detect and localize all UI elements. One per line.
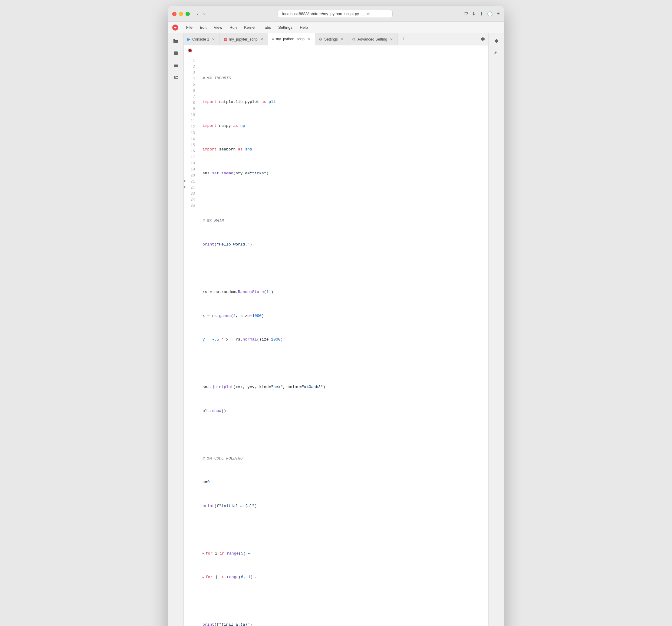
code-line-33 (202, 598, 488, 604)
sidebar-icon-folder[interactable] (170, 36, 181, 47)
code-line-11: x = rs.gamma(2, size=1000) (202, 313, 488, 319)
line-num-16: 16 (184, 148, 198, 154)
line-num-34: 34 (184, 197, 198, 203)
maximize-button[interactable] (186, 12, 190, 16)
menu-settings[interactable]: Settings (275, 24, 295, 31)
line-num-9: 9 (184, 106, 198, 112)
code-line-20 (202, 527, 488, 533)
close-button[interactable] (172, 12, 176, 16)
comment-folding: # %% CODE FOLDING (202, 456, 243, 462)
sidebar-right (488, 33, 504, 626)
code-content[interactable]: # %% IMPORTS import matplotlib.pyplot as… (198, 55, 488, 626)
line-num-7: 7 (184, 94, 198, 100)
code-line-21: ▶ for i in range(5):↔ (202, 551, 488, 557)
menu-kernel[interactable]: Kernel (241, 24, 259, 31)
code-editor[interactable]: 1 2 3 4 5 6 7 8 9 10 11 12 13 14 15 16 1 (184, 55, 488, 626)
code-line-15: plt.show() (202, 408, 488, 414)
tab-settings-gear[interactable] (477, 33, 488, 45)
code-line-19: print(f"initial a:{a}") (202, 503, 488, 509)
url-text: localhost:8888/lab/tree/my_python_script… (282, 11, 359, 16)
tab-close-advanced[interactable]: ✕ (389, 37, 394, 42)
line-num-11: 11 (184, 118, 198, 124)
right-gear-icon[interactable] (491, 36, 502, 47)
sidebar-icon-stop[interactable] (170, 48, 181, 59)
line-num-14: 14 (184, 136, 198, 142)
tab-label-myjupyter: my_jupyter_scrip (229, 37, 257, 42)
code-line-12: y = -.5 * x + rs.normal(size=1000) (202, 337, 488, 343)
minimize-button[interactable] (179, 12, 183, 16)
code-line-13 (202, 361, 488, 367)
line-num-33: 33 (184, 191, 198, 197)
editor-toolbar: 🐞 (184, 45, 488, 55)
refresh-icon[interactable]: ↺ (367, 12, 370, 16)
download-icon[interactable]: ⬇ (472, 11, 476, 17)
add-tab-button[interactable]: + (497, 10, 500, 17)
tab-myjupyter[interactable]: ▦ my_jupyter_scrip ✕ (220, 33, 268, 45)
line-num-2: 2 (184, 64, 198, 70)
tab-advanced[interactable]: ⚙ Advanced Setting ✕ (349, 33, 398, 45)
tab-mypython[interactable]: ≡ my_python_scrip ✕ (268, 33, 315, 45)
kw-import-3: import (202, 123, 217, 129)
url-bar[interactable]: localhost:8888/lab/tree/my_python_script… (278, 10, 392, 18)
tab-close-mypython[interactable]: ✕ (306, 37, 311, 42)
app-logo (171, 23, 179, 32)
code-line-16 (202, 432, 488, 438)
line-num-20: 20 (184, 172, 198, 178)
tab-bar: ▶ Console 1 ✕ ▦ my_jupyter_scrip ✕ ≡ my_… (184, 33, 488, 45)
menu-help[interactable]: Help (297, 24, 311, 31)
menu-edit[interactable]: Edit (197, 24, 210, 31)
history-icon[interactable]: 🕐 (487, 11, 493, 17)
line-num-21: ▶21 (184, 178, 198, 185)
main-window: ‹ › localhost:8888/lab/tree/my_python_sc… (168, 6, 504, 626)
tab-label-mypython: my_python_scrip (276, 37, 305, 41)
builtin-print-8: print (202, 242, 214, 248)
line-num-17: 17 (184, 154, 198, 161)
code-line-7: # %% MAIN (202, 218, 488, 224)
tab-label-console1: Console 1 (192, 37, 209, 42)
share-icon[interactable]: ⬆ (479, 11, 483, 17)
settings-icon: ⚙ (319, 37, 322, 42)
forward-button[interactable]: › (201, 10, 207, 18)
shield-icon: 🛡 (464, 11, 468, 16)
bug-icon[interactable]: 🐞 (187, 48, 193, 53)
code-line-4: import seaborn as sns (202, 146, 488, 152)
main-layout: ▶ Console 1 ✕ ▦ my_jupyter_scrip ✕ ≡ my_… (168, 33, 504, 626)
menu-file[interactable]: File (183, 24, 195, 31)
menubar: File Edit View Run Kernel Tabs Settings … (168, 22, 504, 33)
add-tab-button[interactable]: + (398, 33, 409, 45)
nav-controls: ‹ › (195, 10, 207, 18)
line-num-5: 5 (184, 82, 198, 88)
line-num-6: 6 (184, 88, 198, 94)
tab-label-settings: Settings (324, 37, 338, 42)
menu-view[interactable]: View (211, 24, 225, 31)
code-line-8: print("Hello world.") (202, 242, 488, 248)
titlebar: ‹ › localhost:8888/lab/tree/my_python_sc… (168, 6, 504, 22)
line-num-18: 18 (184, 161, 198, 167)
sidebar-left (168, 33, 184, 626)
tab-settings[interactable]: ⚙ Settings ✕ (315, 33, 349, 45)
titlebar-actions: 🛡 ⬇ ⬆ 🕐 + (464, 10, 500, 17)
line-num-10: 10 (184, 112, 198, 118)
code-line-18: a=0 (202, 479, 488, 485)
menu-tabs[interactable]: Tabs (260, 24, 274, 31)
tab-close-settings[interactable]: ✕ (340, 37, 344, 42)
code-line-3: import numpy as np (202, 123, 488, 129)
line-num-19: 19 (184, 167, 198, 172)
sidebar-icon-puzzle[interactable] (170, 72, 181, 83)
line-num-12: 12 (184, 124, 198, 130)
tab-close-myjupyter[interactable]: ✕ (259, 37, 264, 42)
fold-arrow-21[interactable]: ▶ (202, 551, 204, 556)
screen-share-icon: ⊡ (361, 12, 364, 16)
tab-console1[interactable]: ▶ Console 1 ✕ (184, 33, 220, 45)
right-wrench-icon[interactable] (491, 48, 502, 59)
tab-close-console1[interactable]: ✕ (211, 37, 216, 42)
svg-rect-2 (174, 51, 178, 55)
fold-arrow-27[interactable]: ▶ (202, 575, 204, 580)
sidebar-icon-list[interactable] (170, 60, 181, 71)
menu-run[interactable]: Run (226, 24, 240, 31)
line-num-3: 3 (184, 70, 198, 76)
code-line-34: print(f"final a:{a}") (202, 622, 488, 626)
back-button[interactable]: ‹ (195, 10, 200, 18)
line-num-13: 13 (184, 130, 198, 136)
code-line-2: import matplotlib.pyplot as plt (202, 99, 488, 105)
